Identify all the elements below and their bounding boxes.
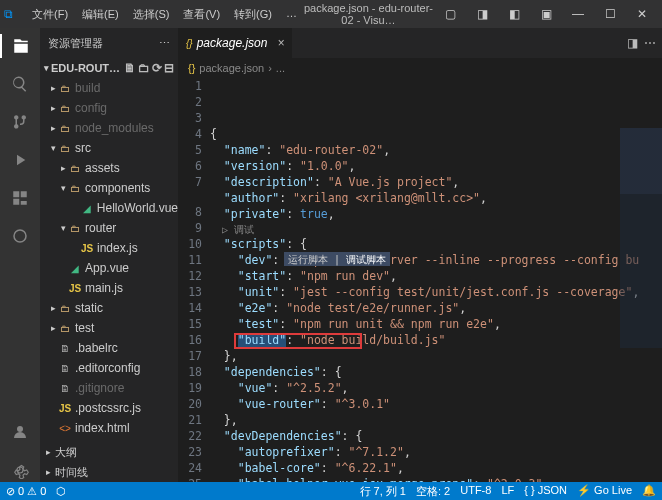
status-item[interactable]: LF — [501, 484, 514, 499]
folder-icon: 🗀 — [58, 303, 72, 314]
sidebar: 资源管理器 ⋯ ▾ EDU-ROUT… 🗎 🗀 ⟳ ⊟ ▸🗀build▸🗀con… — [40, 28, 178, 482]
js-icon: JS — [68, 283, 82, 294]
new-folder-icon[interactable]: 🗀 — [138, 61, 150, 75]
maximize-icon[interactable]: ☐ — [594, 7, 626, 21]
status-item[interactable]: { } JSON — [524, 484, 567, 499]
tree-item[interactable]: ▸🗀assets — [40, 158, 178, 178]
svg-point-0 — [14, 230, 26, 242]
js-icon: JS — [80, 243, 94, 254]
gear-icon[interactable] — [8, 458, 32, 482]
vscode-logo-icon: ⧉ — [4, 7, 22, 21]
tree-item[interactable]: 🗎.gitignore — [40, 378, 178, 398]
tree-item[interactable]: 🗎.babelrc — [40, 338, 178, 358]
tree-item[interactable]: ▸🗀static — [40, 298, 178, 318]
tab-package-json[interactable]: {} package.json × — [178, 28, 293, 58]
split-editor-icon[interactable]: ◨ — [627, 36, 638, 50]
file-tree: ▸🗀build▸🗀config▸🗀node_modules▾🗀src▸🗀asse… — [40, 78, 178, 442]
folder-icon: 🗀 — [58, 143, 72, 154]
json-icon: {} — [188, 62, 195, 74]
editor-tabs: {} package.json × ◨ ⋯ — [178, 28, 662, 58]
status-item[interactable]: ⬡ — [56, 485, 66, 498]
status-item[interactable]: ⚡ Go Live — [577, 484, 632, 499]
folder-icon: 🗀 — [68, 183, 82, 194]
liveshare-icon[interactable] — [8, 224, 32, 248]
svg-point-1 — [17, 426, 23, 432]
folder-icon: 🗀 — [58, 323, 72, 334]
vue-icon: ◢ — [80, 203, 94, 214]
breadcrumb[interactable]: {} package.json › ... — [178, 58, 662, 78]
file-icon: 🗎 — [58, 363, 72, 374]
menu-item[interactable]: 转到(G) — [228, 4, 278, 25]
status-item[interactable]: UTF-8 — [460, 484, 491, 499]
html-icon: <> — [58, 423, 72, 434]
tree-item[interactable]: 🗎.editorconfig — [40, 358, 178, 378]
source-control-icon[interactable] — [8, 110, 32, 134]
editor-area: {} package.json × ◨ ⋯ {} package.json › … — [178, 28, 662, 482]
js-icon: JS — [58, 403, 72, 414]
folder-icon: 🗀 — [58, 83, 72, 94]
sidebar-header: 资源管理器 ⋯ — [40, 28, 178, 58]
menu-bar: 文件(F)编辑(E)选择(S)查看(V)转到(G)… — [26, 4, 303, 25]
title-bar: ⧉ 文件(F)编辑(E)选择(S)查看(V)转到(G)… package.jso… — [0, 0, 662, 28]
menu-item[interactable]: 编辑(E) — [76, 4, 125, 25]
layout-icon[interactable]: ◧ — [498, 7, 530, 21]
layout-icon[interactable]: ▣ — [530, 7, 562, 21]
status-item[interactable]: ⊘ 0 ⚠ 0 — [6, 485, 46, 498]
menu-item[interactable]: 查看(V) — [177, 4, 226, 25]
debug-icon[interactable] — [8, 148, 32, 172]
tree-item[interactable]: ▸🗀config — [40, 98, 178, 118]
more-icon[interactable]: ⋯ — [159, 37, 170, 50]
explorer-icon[interactable] — [0, 34, 40, 58]
timeline-section[interactable]: ▸时间线 — [40, 462, 178, 482]
account-icon[interactable] — [8, 420, 32, 444]
menu-item[interactable]: … — [280, 4, 303, 25]
file-icon: 🗎 — [58, 383, 72, 394]
file-icon: 🗎 — [58, 343, 72, 354]
status-item[interactable]: 行 7, 列 1 — [360, 484, 406, 499]
folder-icon: 🗀 — [58, 123, 72, 134]
vue-icon: ◢ — [68, 263, 82, 274]
minimap[interactable] — [620, 128, 662, 348]
close-icon[interactable]: × — [277, 36, 284, 50]
tree-item[interactable]: JS.postcssrc.js — [40, 398, 178, 418]
menu-item[interactable]: 选择(S) — [127, 4, 176, 25]
activity-bar — [0, 28, 40, 482]
tree-item[interactable]: <>index.html — [40, 418, 178, 438]
new-file-icon[interactable]: 🗎 — [124, 61, 136, 75]
layout-icon[interactable]: ◨ — [466, 7, 498, 21]
close-icon[interactable]: ✕ — [626, 7, 658, 21]
refresh-icon[interactable]: ⟳ — [152, 61, 162, 75]
tree-item[interactable]: ▸🗀node_modules — [40, 118, 178, 138]
tree-item[interactable]: JSmain.js — [40, 278, 178, 298]
more-icon[interactable]: ⋯ — [644, 36, 656, 50]
tree-item[interactable]: JSindex.js — [40, 238, 178, 258]
json-icon: {} — [186, 38, 193, 49]
sidebar-folder-header[interactable]: ▾ EDU-ROUT… 🗎 🗀 ⟳ ⊟ — [40, 58, 178, 78]
tree-item[interactable]: ◢App.vue — [40, 258, 178, 278]
tree-item[interactable]: ◢HelloWorld.vue — [40, 198, 178, 218]
collapse-icon[interactable]: ⊟ — [164, 61, 174, 75]
outline-section[interactable]: ▸大纲 — [40, 442, 178, 462]
folder-icon: 🗀 — [68, 163, 82, 174]
menu-item[interactable]: 文件(F) — [26, 4, 74, 25]
tree-item[interactable]: ▸🗀test — [40, 318, 178, 338]
tree-item[interactable]: ▾🗀src — [40, 138, 178, 158]
folder-icon: 🗀 — [68, 223, 82, 234]
status-bar: ⊘ 0 ⚠ 0⬡ 行 7, 列 1空格: 2UTF-8LF{ } JSON⚡ G… — [0, 482, 662, 500]
window-title: package.json - edu-router-02 - Visu… — [303, 2, 434, 26]
search-icon[interactable] — [8, 72, 32, 96]
tree-item[interactable]: ▾🗀components — [40, 178, 178, 198]
tree-item[interactable]: ▸🗀build — [40, 78, 178, 98]
layout-icon[interactable]: ▢ — [434, 7, 466, 21]
folder-icon: 🗀 — [58, 103, 72, 114]
extensions-icon[interactable] — [8, 186, 32, 210]
status-item[interactable]: 空格: 2 — [416, 484, 450, 499]
status-item[interactable]: 🔔 — [642, 484, 656, 499]
minimize-icon[interactable]: — — [562, 7, 594, 21]
code-editor[interactable]: 1234567891011121314151617181920212223242… — [178, 78, 662, 482]
tree-item[interactable]: ▾🗀router — [40, 218, 178, 238]
